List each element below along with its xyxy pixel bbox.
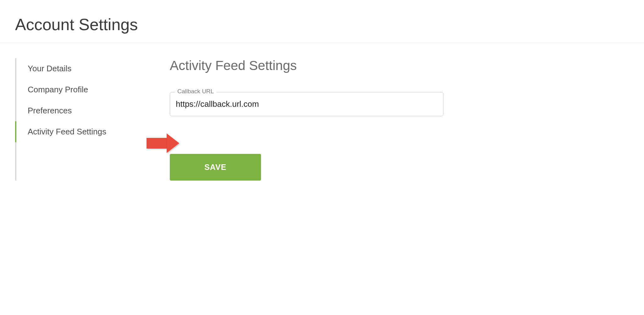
- sidebar: Your Details Company Profile Preferences…: [0, 58, 170, 181]
- sidebar-item-company-profile[interactable]: Company Profile: [15, 79, 170, 100]
- callback-url-input[interactable]: [170, 92, 443, 116]
- main-panel: Activity Feed Settings Callback URL SAVE: [170, 58, 644, 181]
- callback-url-field-wrapper: Callback URL: [170, 92, 443, 116]
- callback-url-label: Callback URL: [175, 88, 216, 95]
- save-button[interactable]: SAVE: [170, 154, 261, 181]
- sidebar-item-your-details[interactable]: Your Details: [15, 58, 170, 79]
- page-title: Account Settings: [0, 0, 644, 43]
- sidebar-list: Your Details Company Profile Preferences…: [15, 58, 170, 142]
- section-title: Activity Feed Settings: [170, 58, 625, 73]
- sidebar-item-preferences[interactable]: Preferences: [15, 100, 170, 121]
- content-wrapper: Your Details Company Profile Preferences…: [0, 43, 644, 181]
